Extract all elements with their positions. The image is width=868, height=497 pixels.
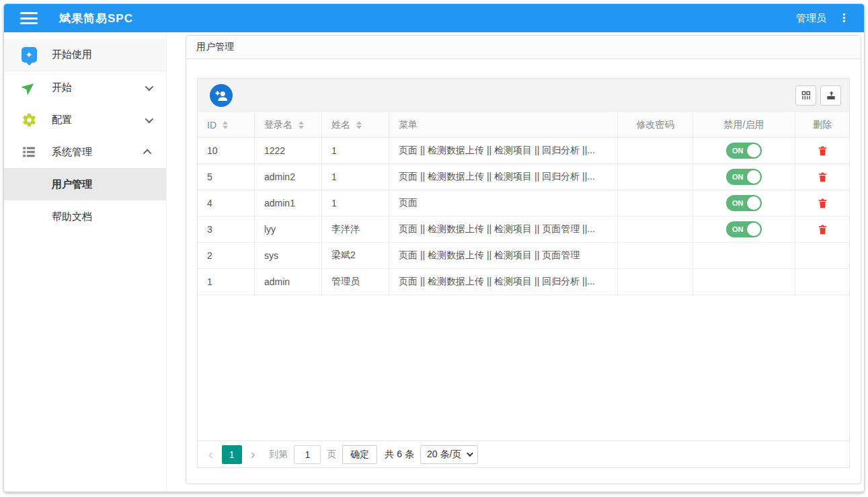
next-page-icon[interactable]: › <box>248 447 258 462</box>
pagination-bar: ‹ 1 › 到第 页 确定 共 6 条 20 条/页 <box>198 441 849 467</box>
toggle-knob <box>747 170 760 184</box>
sort-icon <box>223 121 228 129</box>
enable-toggle[interactable]: ON <box>726 221 762 237</box>
column-header-menu: 菜单 <box>389 112 618 137</box>
sidebar-item-start[interactable]: 开始 <box>4 71 166 104</box>
enable-toggle[interactable]: ON <box>726 169 762 185</box>
jump-prefix-label: 到第 <box>269 449 288 461</box>
cell-name: 梁斌2 <box>322 243 389 268</box>
sidebar-item-config[interactable]: 配置 <box>4 104 166 136</box>
cell-login: admin <box>255 269 322 295</box>
cell-delete <box>795 164 849 190</box>
toggle-knob <box>747 144 760 157</box>
user-table: ID 登录名 姓名 菜单 修 <box>197 78 850 468</box>
table-row: 1 admin 管理员 页面 || 检测数据上传 || 检测项目 || 回归分析… <box>198 269 849 295</box>
table-header-row: ID 登录名 姓名 菜单 修 <box>198 112 849 138</box>
cell-id: 4 <box>198 190 255 216</box>
cell-password <box>618 138 693 163</box>
cell-id: 5 <box>198 164 255 190</box>
cell-login: lyy <box>255 217 322 242</box>
toggle-knob <box>747 223 760 236</box>
prev-page-icon[interactable]: ‹ <box>206 447 216 462</box>
cell-name: 1 <box>322 138 389 163</box>
column-header-name[interactable]: 姓名 <box>322 112 389 137</box>
sort-icon <box>299 121 304 129</box>
add-user-icon <box>214 89 229 103</box>
page-size-select[interactable]: 20 条/页 <box>420 445 478 464</box>
chevron-up-icon <box>143 149 152 157</box>
column-header-delete: 删除 <box>795 112 849 137</box>
cell-menu: 页面 || 检测数据上传 || 检测项目 || 页面管理 ||... <box>389 217 618 242</box>
export-button[interactable] <box>820 85 841 106</box>
delete-button[interactable] <box>817 197 828 210</box>
cell-enable: ON <box>693 138 795 163</box>
cell-menu: 页面 || 检测数据上传 || 检测项目 || 页面管理 <box>389 243 618 268</box>
add-user-button[interactable] <box>210 84 233 107</box>
card-body: ID 登录名 姓名 菜单 修 <box>186 59 861 484</box>
cell-password <box>618 190 693 216</box>
cell-menu: 页面 || 检测数据上传 || 检测项目 || 回归分析 ||... <box>389 164 618 190</box>
cell-login: admin2 <box>255 164 322 190</box>
cell-id: 10 <box>198 138 255 163</box>
content-card: 用户管理 <box>186 35 861 484</box>
trash-icon <box>817 197 828 210</box>
toggle-columns-button[interactable] <box>795 85 816 106</box>
sidebar-item-system-admin[interactable]: 系统管理 <box>4 136 166 168</box>
gear-icon <box>20 111 38 128</box>
page-title: 用户管理 <box>186 36 861 59</box>
delete-button[interactable] <box>817 171 828 184</box>
columns-icon <box>801 90 812 101</box>
cell-enable: ON <box>693 164 795 190</box>
chevron-down-icon <box>467 450 473 457</box>
server-list-icon <box>20 143 38 161</box>
jump-suffix-label: 页 <box>327 449 336 461</box>
app-window: 斌果简易SPC 管理员 ⋮ ✦ 开始使用 开始 配置 <box>3 3 865 492</box>
chevron-down-icon <box>145 114 154 123</box>
cell-id: 1 <box>198 269 255 295</box>
user-menu[interactable]: 管理员 <box>796 12 826 25</box>
column-header-login[interactable]: 登录名 <box>255 112 322 137</box>
sparkle-badge-icon: ✦ <box>20 46 38 64</box>
cell-password <box>618 269 693 295</box>
cell-password <box>618 217 693 242</box>
page-button-active[interactable]: 1 <box>222 445 242 464</box>
sidebar-item-getting-started[interactable]: ✦ 开始使用 <box>4 39 166 71</box>
chevron-down-icon <box>145 82 154 91</box>
top-header-bar: 斌果简易SPC 管理员 ⋮ <box>4 4 864 32</box>
sidebar: ✦ 开始使用 开始 配置 <box>4 32 167 492</box>
cell-enable: ON <box>693 217 795 242</box>
delete-button[interactable] <box>817 145 828 157</box>
export-icon <box>826 90 836 101</box>
column-header-password: 修改密码 <box>618 112 693 137</box>
trash-icon <box>817 223 828 236</box>
app-title: 斌果简易SPC <box>59 11 133 26</box>
cell-delete <box>795 243 849 268</box>
cell-password <box>618 164 693 190</box>
page-jump-input[interactable] <box>294 445 321 464</box>
cell-id: 2 <box>198 243 255 268</box>
kebab-menu-icon[interactable]: ⋮ <box>836 11 852 25</box>
sort-icon <box>356 121 362 129</box>
cell-menu: 页面 <box>389 190 618 216</box>
trash-icon <box>817 145 828 157</box>
cell-enable: ON <box>693 190 795 216</box>
cell-id: 3 <box>198 217 255 242</box>
sidebar-item-user-management[interactable]: 用户管理 <box>4 168 166 200</box>
enable-toggle[interactable]: ON <box>726 143 762 159</box>
cell-enable <box>693 243 795 268</box>
total-records-label: 共 6 条 <box>385 449 414 461</box>
trash-icon <box>817 171 828 184</box>
sidebar-item-help-docs[interactable]: 帮助文档 <box>4 200 166 233</box>
cell-login: admin1 <box>255 190 322 216</box>
column-header-id[interactable]: ID <box>198 112 255 137</box>
confirm-button[interactable]: 确定 <box>342 445 377 464</box>
toggle-knob <box>747 196 760 210</box>
table-row: 2 sys 梁斌2 页面 || 检测数据上传 || 检测项目 || 页面管理 <box>198 243 849 269</box>
cell-name: 1 <box>322 164 389 190</box>
cell-delete <box>795 138 849 163</box>
hamburger-menu-icon[interactable] <box>20 12 38 24</box>
table-row: 3 lyy 李洋洋 页面 || 检测数据上传 || 检测项目 || 页面管理 |… <box>198 217 849 243</box>
cell-name: 管理员 <box>322 269 389 295</box>
enable-toggle[interactable]: ON <box>726 195 762 211</box>
delete-button[interactable] <box>817 223 828 236</box>
